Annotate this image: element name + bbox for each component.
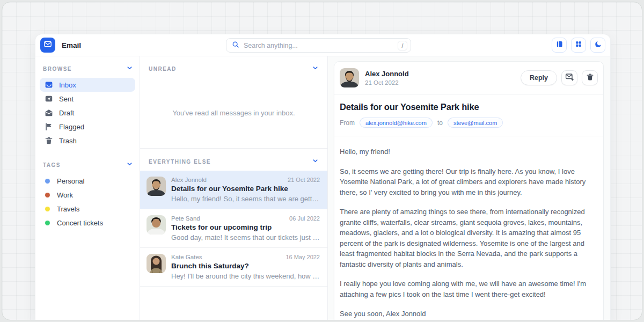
sidebar-item-label: Flagged	[59, 123, 84, 131]
unread-empty-message: You've read all messages in your inbox.	[140, 78, 327, 148]
mark-unread-button[interactable]	[561, 70, 577, 85]
body-paragraph: There are plenty of amazing things to se…	[340, 207, 598, 269]
email-subject: Brunch this Saturday?	[171, 262, 320, 270]
email-summary: Pete Sand 06 Jul 2022 Tickets for our up…	[171, 215, 320, 241]
email-list-item[interactable]: Alex Jonnold 21 Oct 2022 Details for our…	[140, 171, 327, 209]
tag-label: Work	[57, 191, 73, 199]
dark-mode-toggle[interactable]	[590, 38, 605, 53]
tag-item-personal[interactable]: Personal	[40, 174, 135, 188]
email-date: 16 May 2022	[286, 254, 320, 260]
tag-label: Concert tickets	[57, 219, 103, 227]
sidebar-item-label: Draft	[59, 109, 74, 117]
everything-else-label: EVERYTHING ELSE	[149, 159, 211, 165]
body-paragraph: Hello, my friend!	[340, 147, 598, 157]
avatar-alex-jonnold	[340, 68, 359, 87]
from-label: From	[340, 119, 355, 127]
flag-icon	[45, 122, 53, 131]
trash-icon	[45, 136, 53, 145]
search-icon	[232, 41, 239, 50]
avatar-pete-sand	[147, 215, 166, 235]
email-detail-card: Alex Jonnold 21 Oct 2022 Reply	[334, 61, 604, 320]
detail-sender-name: Alex Jonnold	[365, 70, 409, 78]
email-preview: Hey! I'll be around the city this weeken…	[171, 272, 320, 280]
email-list-column: UNREAD You've read all messages in your …	[140, 56, 328, 320]
from-email-chip[interactable]: alex.jonnold@hike.com	[360, 118, 433, 128]
delete-email-button[interactable]	[582, 70, 598, 85]
apps-grid-button[interactable]	[571, 38, 586, 53]
unread-label: UNREAD	[149, 66, 177, 72]
book-icon	[555, 40, 564, 50]
reply-button[interactable]: Reply	[521, 70, 557, 85]
sidebar-item-sent[interactable]: Sent	[40, 92, 135, 106]
search-bar[interactable]: /	[226, 38, 411, 53]
app-logo	[40, 38, 55, 53]
sidebar: BROWSE Inbox Sent	[35, 56, 140, 320]
chevron-down-icon[interactable]	[126, 160, 133, 170]
browse-section-header: BROWSE	[40, 58, 135, 78]
email-list-item[interactable]: Pete Sand 06 Jul 2022 Tickets for our up…	[140, 209, 327, 248]
tag-item-concert-tickets[interactable]: Concert tickets	[40, 216, 135, 230]
inbox-icon	[45, 80, 53, 89]
tag-label: Travels	[57, 205, 79, 213]
sidebar-item-label: Trash	[59, 137, 77, 145]
email-preview: Hello, my friend! So, it seems that we a…	[171, 195, 320, 203]
tag-item-work[interactable]: Work	[40, 188, 135, 202]
grid-icon	[575, 40, 582, 50]
tag-item-travels[interactable]: Travels	[40, 202, 135, 216]
search-shortcut-key: /	[398, 41, 407, 50]
email-summary: Kate Gates 16 May 2022 Brunch this Satur…	[171, 254, 320, 280]
body-paragraph: I really hope you love coming along with…	[340, 279, 598, 299]
detail-actions: Reply	[521, 70, 598, 85]
tag-color-dot	[45, 207, 50, 211]
email-list-item[interactable]: Kate Gates 16 May 2022 Brunch this Satur…	[140, 248, 327, 287]
sidebar-item-flagged[interactable]: Flagged	[40, 120, 135, 134]
browse-label: BROWSE	[43, 66, 72, 72]
email-app-window: Email /	[35, 34, 610, 320]
chevron-down-icon[interactable]	[126, 64, 133, 74]
email-subject: Tickets for our upcoming trip	[171, 223, 320, 231]
tags-section-header: TAGS	[40, 155, 135, 174]
desktop-background: Email /	[2, 2, 642, 320]
email-summary: Alex Jonnold 21 Oct 2022 Details for our…	[171, 177, 320, 203]
envelope-plus-icon	[565, 72, 574, 83]
app-title: Email	[62, 41, 81, 49]
sidebar-item-inbox[interactable]: Inbox	[40, 78, 135, 92]
avatar-alex-jonnold	[147, 177, 166, 196]
chevron-down-icon[interactable]	[312, 157, 319, 166]
avatar-kate-gates	[147, 254, 166, 273]
sidebar-item-label: Inbox	[59, 81, 76, 89]
body-paragraph: See you soon, Alex Jonnold	[340, 309, 598, 319]
from-to-row: From alex.jonnold@hike.com to steve@mail…	[340, 118, 598, 128]
email-sender: Kate Gates	[171, 254, 202, 260]
top-bar: Email /	[35, 34, 610, 56]
unread-section-header: UNREAD	[140, 56, 327, 78]
email-sender: Alex Jonnold	[171, 177, 207, 183]
to-label: to	[437, 119, 443, 127]
email-detail-panel: Alex Jonnold 21 Oct 2022 Reply	[328, 56, 610, 320]
detail-subject: Details for our Yosemite Park hike	[340, 102, 598, 112]
tag-color-dot	[45, 221, 50, 225]
moon-icon	[594, 40, 602, 50]
send-icon	[45, 94, 53, 103]
sidebar-item-label: Sent	[59, 95, 74, 103]
everything-else-section-header: EVERYTHING ELSE	[140, 148, 327, 171]
email-sender: Pete Sand	[171, 215, 200, 222]
tags-label: TAGS	[43, 162, 61, 168]
detail-title-block: Details for our Yosemite Park hike From …	[334, 94, 603, 136]
search-input[interactable]	[244, 42, 393, 49]
detail-header: Alex Jonnold 21 Oct 2022 Reply	[334, 62, 603, 94]
body-paragraph: So, it seems we are getting there! Our t…	[340, 166, 598, 198]
email-subject: Details for our Yosemite Park hike	[171, 185, 320, 193]
chevron-down-icon[interactable]	[312, 64, 319, 74]
email-date: 06 Jul 2022	[289, 215, 320, 222]
envelope-icon	[43, 40, 52, 50]
detail-date: 21 Oct 2022	[365, 79, 409, 86]
sidebar-item-trash[interactable]: Trash	[40, 134, 135, 148]
address-book-button[interactable]	[552, 38, 567, 53]
email-preview: Good day, mate! It seems that our ticket…	[171, 233, 320, 241]
trash-icon	[586, 73, 594, 83]
email-body: Hello, my friend! So, it seems we are ge…	[334, 136, 603, 320]
sidebar-item-draft[interactable]: Draft	[40, 106, 135, 120]
to-email-chip[interactable]: steve@mail.com	[448, 118, 503, 128]
top-actions	[552, 38, 605, 53]
